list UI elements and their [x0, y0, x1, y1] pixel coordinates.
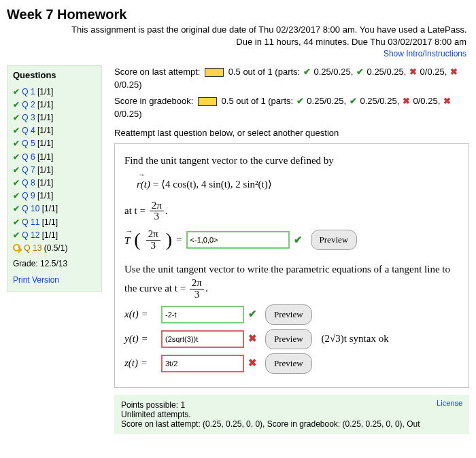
- check-icon: ✔: [349, 94, 358, 108]
- sidebar-heading: Questions: [13, 70, 96, 80]
- score-swatch-icon: [198, 97, 217, 106]
- cross-icon: ✖: [409, 65, 418, 79]
- check-icon: ✔: [13, 217, 20, 227]
- check-icon: ✔: [13, 126, 20, 135]
- grade-text: Grade: 12.5/13: [13, 259, 96, 268]
- xt-input[interactable]: [161, 306, 244, 323]
- check-icon: ✔: [356, 65, 364, 79]
- cross-icon: ✖: [248, 355, 257, 372]
- due-line-2: Due in 11 hours, 44 minutes. Due Thu 03/…: [71, 36, 466, 48]
- sidebar-item-q7[interactable]: ✔ Q 7 [1/1]: [13, 164, 96, 177]
- check-icon: ✔: [13, 113, 20, 122]
- sidebar-item-q9[interactable]: ✔ Q 9 [1/1]: [13, 190, 96, 202]
- sidebar-item-q12[interactable]: ✔ Q 12 [1/1]: [13, 229, 96, 242]
- vector-T: T: [124, 231, 130, 250]
- questions-sidebar: Questions ✔ Q 1 [1/1]✔ Q 2 [1/1]✔ Q 3 [1…: [7, 65, 102, 292]
- preview-button[interactable]: Preview: [265, 304, 312, 325]
- check-icon: ✔: [294, 232, 303, 249]
- sidebar-item-q2[interactable]: ✔ Q 2 [1/1]: [13, 99, 96, 111]
- check-icon: ✔: [303, 65, 311, 79]
- license-link[interactable]: License: [437, 399, 462, 407]
- problem-intro: Find the unit tangent vector to the curv…: [124, 152, 459, 170]
- footer-box: License Points possible: 1 Unlimited att…: [114, 395, 469, 434]
- check-icon: ✔: [13, 87, 20, 96]
- check-icon: ✔: [296, 94, 305, 108]
- tangent-vector-input[interactable]: [186, 231, 290, 249]
- check-icon: ✔: [248, 306, 257, 323]
- sidebar-item-q13[interactable]: Q 13 (0.5/1): [13, 242, 96, 255]
- print-version-link[interactable]: Print Version: [13, 275, 59, 285]
- attempts-text: Unlimited attempts.: [121, 410, 462, 419]
- check-icon: ✔: [13, 100, 20, 109]
- check-icon: ✔: [13, 204, 20, 213]
- vector-r: r: [137, 175, 141, 194]
- sidebar-item-q3[interactable]: ✔ Q 3 [1/1]: [13, 111, 96, 124]
- syntax-hint: (2√3)t syntax ok: [322, 330, 389, 348]
- due-line-1: This assignment is past the original due…: [71, 24, 469, 36]
- zt-input[interactable]: [161, 355, 244, 372]
- reattempt-text: Reattempt last question below, or select…: [114, 128, 469, 138]
- sidebar-item-q1[interactable]: ✔ Q 1 [1/1]: [13, 86, 96, 99]
- check-icon: ✔: [13, 152, 20, 162]
- sidebar-item-q6[interactable]: ✔ Q 6 [1/1]: [13, 151, 96, 164]
- score-gradebook: Score in gradebook: 0.5 out of 1 (parts:…: [114, 94, 469, 121]
- check-icon: ✔: [13, 139, 20, 148]
- cross-icon: ✖: [443, 94, 452, 108]
- preview-button[interactable]: Preview: [265, 353, 312, 374]
- score-last-attempt: Score on last attempt: 0.5 out of 1 (par…: [114, 65, 469, 92]
- score-swatch-icon: [205, 68, 224, 77]
- sidebar-item-q11[interactable]: ✔ Q 11 [1/1]: [13, 216, 96, 229]
- sidebar-item-q8[interactable]: ✔ Q 8 [1/1]: [13, 177, 96, 190]
- show-intro-link[interactable]: Show Intro/Instructions: [384, 49, 466, 58]
- check-icon: ✔: [13, 230, 20, 240]
- preview-button[interactable]: Preview: [265, 329, 312, 349]
- points-possible: Points possible: 1: [121, 400, 462, 410]
- check-icon: ✔: [13, 178, 20, 188]
- sidebar-item-q5[interactable]: ✔ Q 5 [1/1]: [13, 137, 96, 150]
- cross-icon: ✖: [449, 65, 458, 79]
- sidebar-item-q10[interactable]: ✔ Q 10 [1/1]: [13, 202, 96, 215]
- page-title: Week 7 Homework: [7, 7, 469, 22]
- preview-button[interactable]: Preview: [311, 230, 358, 250]
- check-icon: ✔: [13, 191, 20, 200]
- cross-icon: ✖: [402, 94, 411, 108]
- yt-input[interactable]: [161, 330, 244, 348]
- problem-box: Find the unit tangent vector to the curv…: [114, 143, 469, 388]
- check-icon: ✔: [13, 165, 20, 175]
- sidebar-item-q4[interactable]: ✔ Q 4 [1/1]: [13, 124, 96, 137]
- reload-icon: [13, 244, 20, 251]
- cross-icon: ✖: [248, 330, 257, 348]
- footer-summary: Score on last attempt: (0.25, 0.25, 0, 0…: [121, 419, 462, 429]
